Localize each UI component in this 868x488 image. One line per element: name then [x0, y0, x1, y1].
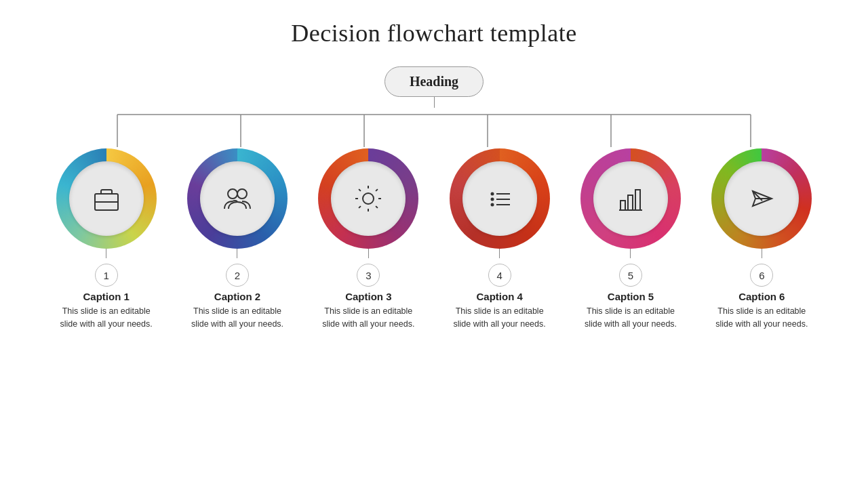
vert-connector-1 — [106, 249, 106, 258]
inner-circle-5 — [593, 161, 668, 236]
gear-icon — [350, 180, 387, 217]
caption-area-5: Caption 5 This slide is an editable slid… — [580, 291, 681, 331]
inner-circle-1 — [69, 161, 144, 236]
number-5: 5 — [619, 264, 642, 287]
circle-item-4: 4 Caption 4 This slide is an editable sl… — [441, 148, 558, 331]
top-connector — [434, 97, 435, 108]
caption-text-5: This slide is an editable slide with all… — [580, 305, 681, 331]
svg-point-11 — [363, 193, 374, 204]
caption-text-2: This slide is an editable slide with all… — [187, 305, 288, 331]
slide-title: Decision flowchart template — [291, 19, 576, 47]
svg-rect-20 — [635, 190, 640, 210]
caption-text-1: This slide is an editable slide with all… — [56, 305, 157, 331]
outer-ring-4 — [450, 148, 550, 249]
outer-ring-2 — [187, 148, 288, 249]
caption-area-4: Caption 4 This slide is an editable slid… — [450, 291, 550, 331]
caption-title-4: Caption 4 — [450, 291, 550, 302]
caption-text-3: This slide is an editable slide with all… — [318, 305, 418, 331]
circle-item-2: 2 Caption 2 This slide is an editable sl… — [178, 148, 296, 331]
number-4: 4 — [488, 264, 511, 287]
caption-text-4: This slide is an editable slide with all… — [450, 305, 550, 331]
vert-connector-4 — [499, 249, 500, 258]
circles-row: 1 Caption 1 This slide is an editable sl… — [47, 148, 821, 331]
slide: Decision flowchart template Heading — [0, 0, 868, 488]
inner-circle-3 — [331, 161, 406, 236]
send-icon — [743, 180, 780, 217]
caption-area-2: Caption 2 This slide is an editable slid… — [187, 291, 288, 331]
caption-title-1: Caption 1 — [56, 291, 157, 302]
vert-connector-3 — [368, 249, 369, 258]
people-icon — [219, 180, 256, 217]
caption-title-3: Caption 3 — [318, 291, 418, 302]
circle-item-3: 3 Caption 3 This slide is an editable sl… — [310, 148, 427, 331]
circle-item-1: 1 Caption 1 This slide is an editable sl… — [47, 148, 165, 331]
svg-point-12 — [490, 192, 494, 196]
number-3: 3 — [357, 264, 380, 287]
circle-item-5: 5 Caption 5 This slide is an editable sl… — [572, 148, 689, 331]
chart-icon — [612, 180, 649, 217]
caption-title-5: Caption 5 — [580, 291, 681, 302]
caption-area-3: Caption 3 This slide is an editable slid… — [318, 291, 418, 331]
list-icon — [481, 180, 518, 217]
svg-point-10 — [237, 189, 247, 199]
caption-area-1: Caption 1 This slide is an editable slid… — [56, 291, 157, 331]
caption-text-6: This slide is an editable slide with all… — [711, 305, 812, 331]
inner-circle-2 — [200, 161, 275, 236]
caption-area-6: Caption 6 This slide is an editable slid… — [711, 291, 812, 331]
vert-connector-6 — [762, 249, 762, 258]
caption-title-2: Caption 2 — [187, 291, 288, 302]
vert-connector-5 — [630, 249, 631, 258]
caption-title-6: Caption 6 — [711, 291, 812, 302]
svg-point-14 — [490, 198, 494, 201]
svg-point-9 — [228, 189, 237, 199]
outer-ring-5 — [580, 148, 681, 249]
inner-circle-6 — [724, 161, 799, 236]
svg-rect-18 — [620, 201, 625, 210]
heading-node: Heading — [384, 66, 484, 97]
connector-area — [61, 108, 807, 148]
number-1: 1 — [95, 264, 118, 287]
circle-item-6: 6 Caption 6 This slide is an editable sl… — [703, 148, 821, 331]
vert-connector-2 — [237, 249, 237, 258]
svg-point-16 — [490, 203, 494, 207]
svg-rect-19 — [628, 195, 633, 210]
outer-ring-1 — [56, 148, 157, 249]
number-6: 6 — [750, 264, 773, 287]
outer-ring-6 — [711, 148, 812, 249]
outer-ring-3 — [318, 148, 418, 249]
inner-circle-4 — [462, 161, 537, 236]
briefcase-icon — [88, 180, 125, 217]
number-2: 2 — [226, 264, 249, 287]
